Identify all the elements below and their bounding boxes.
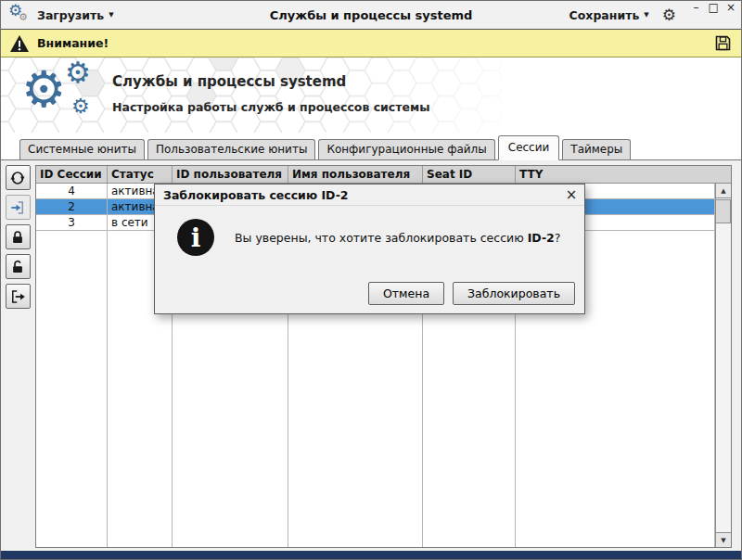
dialog-title: Заблокировать сессию ID-2 [163,188,564,202]
unlock-icon [9,259,26,275]
cell-session-id: 2 [36,199,108,214]
refresh-button[interactable] [6,165,31,190]
page-subtitle: Настройка работы служб и процессов систе… [112,100,429,114]
lock-session-dialog: Заблокировать сессию ID-2 × i Вы уверены… [154,184,585,314]
dialog-session-id: ID-2 [528,231,555,245]
gear-icon: ⚙ [71,96,90,117]
dialog-message-text: Вы уверены, что хотите заблокировать сес… [235,231,528,245]
refresh-icon [9,170,26,186]
titlebar: ⚙ ⚙ Загрузить ▼ Службы и процессы system… [1,1,741,29]
dialog-buttons: Отмена Заблокировать [368,282,575,305]
unlock-session-button[interactable] [6,254,31,279]
column-header-tty[interactable]: TTY [516,166,731,183]
column-header-user-name[interactable]: Имя пользователя [288,166,423,183]
table-header-row: ID Сессии Статус ID пользователя Имя пол… [36,166,731,184]
dialog-titlebar: Заблокировать сессию ID-2 × [155,185,584,206]
column-header-status[interactable]: Статус [108,166,173,183]
gear-icon: ⚙ [19,12,28,22]
column-header-seat-id[interactable]: Seat ID [423,166,516,183]
warning-icon [9,34,30,53]
cancel-button[interactable]: Отмена [368,282,444,305]
page-title: Службы и процессы systemd [112,73,429,90]
lock-icon [9,229,26,246]
column-header-session-id[interactable]: ID Сессии [36,166,108,183]
app-gears-icon: ⚙ ⚙ [8,4,31,26]
activate-session-button[interactable] [6,195,31,220]
terminate-session-button[interactable] [6,284,31,309]
gear-icon: ⚙ [21,65,66,115]
confirm-lock-button[interactable]: Заблокировать [453,282,575,305]
login-arrow-icon [9,199,26,216]
gear-icon: ⚙ [65,58,91,87]
footer-bar [1,551,741,559]
tab-system-units[interactable]: Системные юниты [19,139,145,159]
cell-session-id: 3 [36,215,108,230]
warning-bar: Внимание! [1,29,741,57]
window-title: Службы и процессы systemd [140,8,602,22]
load-menu-button[interactable]: Загрузить ▼ [37,8,114,22]
app-header: ⚙ ⚙ ⚙ Службы и процессы systemd Настройк… [1,57,741,133]
tab-sessions[interactable]: Сессии [498,135,560,160]
settings-gear-icon[interactable]: ⚙ [662,7,676,23]
cell-session-id: 4 [36,184,108,198]
dialog-close-icon[interactable]: × [564,188,579,202]
chevron-down-icon: ▼ [109,12,113,19]
dialog-body: i Вы уверены, что хотите заблокировать с… [155,206,584,256]
warning-text: Внимание! [37,36,109,50]
lock-session-button[interactable] [6,224,31,249]
save-menu-label: Сохранить [569,8,640,22]
tab-user-units[interactable]: Пользовательские юниты [147,139,315,159]
save-file-icon[interactable] [713,33,733,53]
column-header-user-id[interactable]: ID пользователя [173,166,288,183]
scrollbar-thumb[interactable] [716,199,731,223]
vertical-scrollbar[interactable]: ▲ ▼ [715,184,731,547]
tab-bar: Системные юниты Пользовательские юниты К… [1,133,741,159]
app-window: ⚙ ⚙ Загрузить ▼ Службы и процессы system… [0,0,742,560]
side-toolbar [1,160,34,550]
logout-icon [9,288,26,305]
scroll-down-button[interactable]: ▼ [716,532,731,547]
tab-config-files[interactable]: Конфигурационные файлы [318,139,494,159]
tab-timers[interactable]: Таймеры [562,139,631,159]
app-logo-gears-icon: ⚙ ⚙ ⚙ [21,63,114,128]
dialog-message: Вы уверены, что хотите заблокировать сес… [235,231,560,245]
info-icon: i [177,219,214,256]
scroll-up-button[interactable]: ▲ [716,184,731,198]
save-menu-button[interactable]: Сохранить ▼ [569,8,649,22]
load-menu-label: Загрузить [37,8,104,22]
chevron-down-icon: ▼ [644,12,648,19]
